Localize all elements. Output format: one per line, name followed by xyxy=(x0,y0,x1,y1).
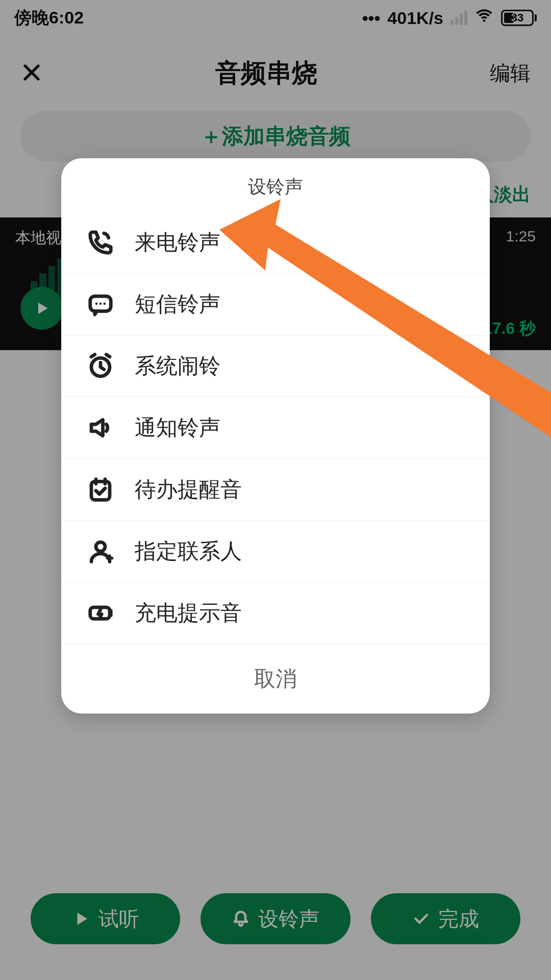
option-label: 待办提醒音 xyxy=(135,475,242,504)
option-label: 短信铃声 xyxy=(135,290,220,318)
svg-point-7 xyxy=(96,542,105,551)
modal-list: 来电铃声 短信铃声 系统闹铃 xyxy=(61,212,490,644)
option-label: 系统闹铃 xyxy=(135,352,220,380)
calendar-check-icon xyxy=(87,476,114,503)
modal-title: 设铃声 xyxy=(61,158,490,212)
ringtone-option-notify[interactable]: 通知铃声 xyxy=(61,397,490,459)
ringtone-modal: 设铃声 来电铃声 短信铃声 xyxy=(61,158,490,714)
speaker-icon xyxy=(87,414,114,442)
option-label: 充电提示音 xyxy=(135,599,242,627)
option-label: 指定联系人 xyxy=(135,537,242,566)
option-label: 通知铃声 xyxy=(135,413,220,442)
ringtone-option-call[interactable]: 来电铃声 xyxy=(61,212,490,274)
svg-point-2 xyxy=(95,303,98,305)
alarm-icon xyxy=(87,352,114,380)
contact-add-icon xyxy=(87,537,114,565)
ringtone-option-contact[interactable]: 指定联系人 xyxy=(61,521,490,582)
option-label: 来电铃声 xyxy=(135,228,220,257)
svg-point-4 xyxy=(104,303,106,305)
ringtone-option-alarm[interactable]: 系统闹铃 xyxy=(61,335,490,397)
modal-cancel-button[interactable]: 取消 xyxy=(61,644,490,714)
ringtone-option-charge[interactable]: 充电提示音 xyxy=(61,582,490,644)
message-icon xyxy=(87,290,114,318)
ringtone-option-todo[interactable]: 待办提醒音 xyxy=(61,459,490,521)
phone-icon xyxy=(87,229,114,256)
battery-charge-icon xyxy=(87,599,114,627)
svg-point-3 xyxy=(99,303,102,305)
ringtone-option-sms[interactable]: 短信铃声 xyxy=(61,274,490,335)
